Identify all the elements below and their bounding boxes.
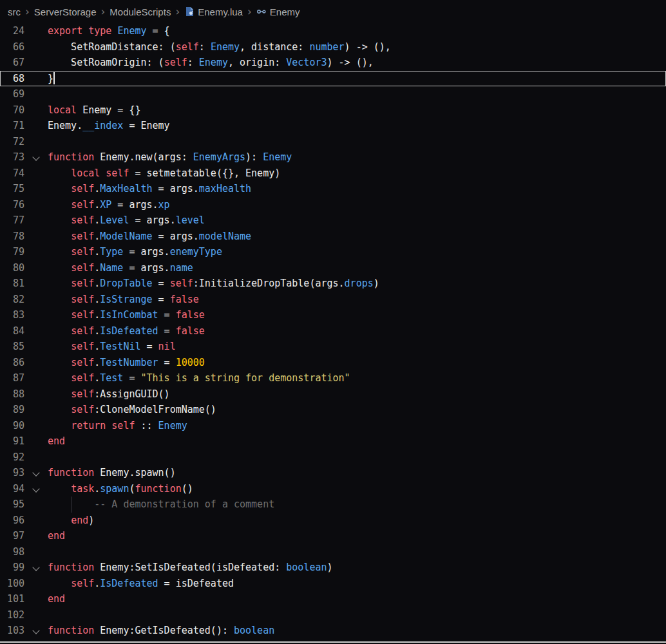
code-line[interactable]: 97end [0, 528, 666, 544]
line-content[interactable]: self.Type = args.enemyType [48, 244, 666, 260]
line-content[interactable]: self.IsInCombat = false [48, 307, 666, 323]
code-line[interactable]: 71Enemy.__index = Enemy [0, 118, 666, 134]
line-content[interactable]: self.ModelName = args.modelName [48, 229, 666, 245]
line-content[interactable]: self.Test = "This is a string for demons… [48, 370, 666, 386]
line-number[interactable]: 24 [0, 23, 24, 39]
line-content[interactable]: end) [48, 513, 666, 529]
line-content[interactable] [48, 450, 666, 466]
line-content[interactable]: self.TestNumber = 10000 [48, 355, 666, 371]
fold-toggle[interactable] [24, 465, 48, 481]
line-number[interactable]: 99 [0, 560, 24, 576]
line-content[interactable]: self.IsDefeated = isDefeated [48, 576, 666, 592]
line-number[interactable]: 72 [0, 134, 24, 150]
code-line[interactable]: 96 end) [0, 513, 666, 529]
code-line[interactable]: 73function Enemy.new(args: EnemyArgs): E… [0, 149, 666, 166]
code-line[interactable]: 78 self.ModelName = args.modelName [0, 229, 666, 245]
line-number[interactable]: 77 [0, 213, 24, 229]
line-number[interactable]: 94 [0, 481, 24, 497]
line-number[interactable]: 101 [0, 591, 24, 607]
breadcrumb-item-src[interactable]: src [8, 6, 21, 17]
line-content[interactable]: local self = setmetatable({}, Enemy) [48, 166, 666, 182]
code-line[interactable]: 81 self.DropTable = self:InitializeDropT… [0, 276, 666, 292]
line-number[interactable]: 92 [0, 450, 24, 466]
code-line[interactable]: 101end [0, 591, 666, 607]
code-line[interactable]: 86 self.TestNumber = 10000 [0, 355, 666, 371]
line-number[interactable]: 71 [0, 118, 24, 134]
line-content[interactable]: SetRoamDistance: (self: Enemy, distance:… [48, 39, 666, 55]
breadcrumb-item-enemy-lua[interactable]: Enemy.lua [184, 6, 243, 17]
code-line[interactable]: 76 self.XP = args.xp [0, 197, 666, 213]
line-number[interactable]: 102 [0, 607, 24, 623]
line-number[interactable]: 95 [0, 497, 24, 513]
code-line[interactable]: 100 self.IsDefeated = isDefeated [0, 576, 666, 592]
code-line[interactable]: 74 local self = setmetatable({}, Enemy) [0, 166, 666, 182]
line-content[interactable]: -- A demonstration of a comment [48, 497, 666, 513]
code-line[interactable]: 91end [0, 433, 666, 450]
code-line[interactable]: 72 [0, 134, 666, 150]
line-number[interactable]: 70 [0, 102, 24, 118]
line-content[interactable]: return self :: Enemy [48, 418, 666, 434]
line-content[interactable]: self.XP = args.xp [48, 197, 666, 213]
line-content[interactable]: function Enemy.spawn() [48, 465, 666, 481]
line-number[interactable]: 75 [0, 181, 24, 197]
line-content[interactable] [48, 607, 666, 623]
line-content[interactable]: self.TestNil = nil [48, 339, 666, 355]
line-content[interactable]: self.Name = args.name [48, 260, 666, 276]
fold-toggle[interactable] [24, 623, 48, 639]
code-line[interactable]: 82 self.IsStrange = false [0, 292, 666, 308]
code-line[interactable]: 84 self.IsDefeated = false [0, 323, 666, 339]
code-line[interactable]: 79 self.Type = args.enemyType [0, 244, 666, 260]
line-number[interactable]: 86 [0, 355, 24, 371]
line-number[interactable]: 67 [0, 55, 24, 71]
line-content[interactable]: self.IsDefeated = false [48, 323, 666, 339]
line-number[interactable]: 90 [0, 418, 24, 434]
code-line[interactable]: 68} [0, 71, 666, 87]
line-number[interactable]: 81 [0, 276, 24, 292]
line-content[interactable]: end [48, 591, 666, 607]
line-number[interactable]: 93 [0, 465, 24, 481]
code-line[interactable]: 69 [0, 86, 666, 102]
line-number[interactable]: 103 [0, 623, 24, 639]
code-line[interactable]: 70local Enemy = {} [0, 102, 666, 118]
line-number[interactable]: 91 [0, 433, 24, 450]
breadcrumb-item-serverstorage[interactable]: ServerStorage [34, 6, 97, 17]
line-number[interactable]: 98 [0, 544, 24, 560]
line-content[interactable]: Enemy.__index = Enemy [48, 118, 666, 134]
breadcrumb-item-enemy[interactable]: Enemy [256, 6, 300, 17]
code-line[interactable]: 75 self.MaxHealth = args.maxHealth [0, 181, 666, 197]
line-number[interactable]: 79 [0, 244, 24, 260]
line-number[interactable]: 82 [0, 292, 24, 308]
line-content[interactable]: end [48, 433, 666, 450]
line-content[interactable]: local Enemy = {} [48, 102, 666, 118]
code-line[interactable]: 90 return self :: Enemy [0, 418, 666, 434]
line-content[interactable] [48, 544, 666, 560]
line-content[interactable]: task.spawn(function() [48, 481, 666, 497]
code-line[interactable]: 85 self.TestNil = nil [0, 339, 666, 355]
line-content[interactable]: function Enemy.new(args: EnemyArgs): Ene… [48, 149, 666, 166]
line-content[interactable]: self:CloneModelFromName() [48, 402, 666, 418]
line-number[interactable]: 89 [0, 402, 24, 418]
code-line[interactable]: 77 self.Level = args.level [0, 213, 666, 229]
breadcrumb-item-modulescripts[interactable]: ModuleScripts [109, 6, 171, 17]
code-line[interactable]: 103function Enemy:GetIsDefeated(): boole… [0, 623, 666, 639]
line-content[interactable]: self.Level = args.level [48, 213, 666, 229]
line-number[interactable]: 87 [0, 370, 24, 386]
line-content[interactable] [48, 86, 666, 102]
line-content[interactable]: self.IsStrange = false [48, 292, 666, 308]
line-content[interactable]: SetRoamOrigin: (self: Enemy, origin: Vec… [48, 55, 666, 71]
line-number[interactable]: 80 [0, 260, 24, 276]
fold-toggle[interactable] [24, 481, 48, 497]
line-number[interactable]: 100 [0, 576, 24, 592]
line-number[interactable]: 97 [0, 528, 24, 544]
line-number[interactable]: 76 [0, 197, 24, 213]
line-content[interactable]: export type Enemy = { [48, 23, 666, 39]
code-line[interactable]: 93function Enemy.spawn() [0, 465, 666, 481]
line-number[interactable]: 88 [0, 386, 24, 402]
code-line[interactable]: 89 self:CloneModelFromName() [0, 402, 666, 418]
line-content[interactable]: self:AssignGUID() [48, 386, 666, 402]
code-line[interactable]: 98 [0, 544, 666, 560]
line-number[interactable]: 78 [0, 229, 24, 245]
line-content[interactable]: self.DropTable = self:InitializeDropTabl… [48, 276, 666, 292]
code-line[interactable]: 67 SetRoamOrigin: (self: Enemy, origin: … [0, 55, 666, 71]
code-line[interactable]: 102 [0, 607, 666, 623]
